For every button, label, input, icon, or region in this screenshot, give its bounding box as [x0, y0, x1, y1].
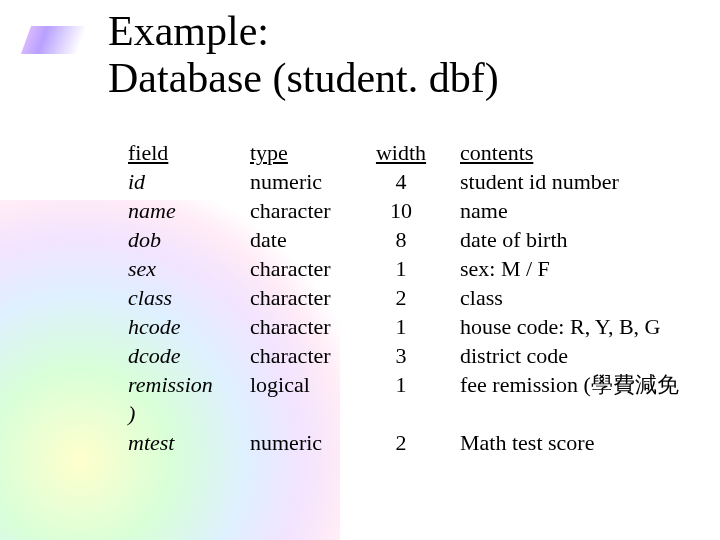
field-cell: mtest [128, 428, 250, 457]
type-cell: character [250, 312, 366, 341]
col-width: width 4 10 8 1 2 1 3 1 2 [366, 138, 436, 457]
width-cell: 8 [366, 225, 436, 254]
width-cell: 4 [366, 167, 436, 196]
field-cell: dcode [128, 341, 250, 370]
contents-cell: fee remission (學費減免 [460, 370, 710, 399]
field-cell: class [128, 283, 250, 312]
col-contents: contents student id number name date of … [460, 138, 710, 457]
header-type: type [250, 138, 366, 167]
type-cell: character [250, 254, 366, 283]
type-cell: character [250, 341, 366, 370]
contents-cell: class [460, 283, 710, 312]
type-cell: character [250, 196, 366, 225]
contents-cell: Math test score [460, 428, 710, 457]
header-contents: contents [460, 138, 710, 167]
contents-cell: sex: M / F [460, 254, 710, 283]
type-cell: date [250, 225, 366, 254]
contents-cell: student id number [460, 167, 710, 196]
col-field: field id name dob sex class hcode dcode … [128, 138, 250, 457]
field-cell: dob [128, 225, 250, 254]
field-cell: remission [128, 370, 250, 399]
schema-table: field id name dob sex class hcode dcode … [128, 138, 710, 457]
width-cell: 2 [366, 283, 436, 312]
header-width: width [366, 138, 436, 167]
contents-cell: name [460, 196, 710, 225]
spacer [250, 399, 366, 428]
title-bullet-icon [21, 26, 87, 54]
width-cell: 1 [366, 254, 436, 283]
type-cell: character [250, 283, 366, 312]
field-cell: name [128, 196, 250, 225]
spacer [366, 399, 436, 428]
title-line-1: Example: [108, 8, 499, 55]
title-line-2: Database (student. dbf) [108, 55, 499, 102]
slide-title: Example: Database (student. dbf) [108, 8, 499, 102]
field-cell: id [128, 167, 250, 196]
field-cell: sex [128, 254, 250, 283]
type-cell: numeric [250, 167, 366, 196]
field-cell: hcode [128, 312, 250, 341]
contents-cell: date of birth [460, 225, 710, 254]
contents-cell: district code [460, 341, 710, 370]
width-cell: 2 [366, 428, 436, 457]
type-cell: numeric [250, 428, 366, 457]
header-field: field [128, 138, 250, 167]
width-cell: 10 [366, 196, 436, 225]
spacer [460, 399, 710, 428]
width-cell: 3 [366, 341, 436, 370]
width-cell: 1 [366, 312, 436, 341]
contents-cell: house code: R, Y, B, G [460, 312, 710, 341]
col-type: type numeric character date character ch… [250, 138, 366, 457]
type-cell: logical [250, 370, 366, 399]
broken-paren: ) [128, 399, 250, 428]
width-cell: 1 [366, 370, 436, 399]
